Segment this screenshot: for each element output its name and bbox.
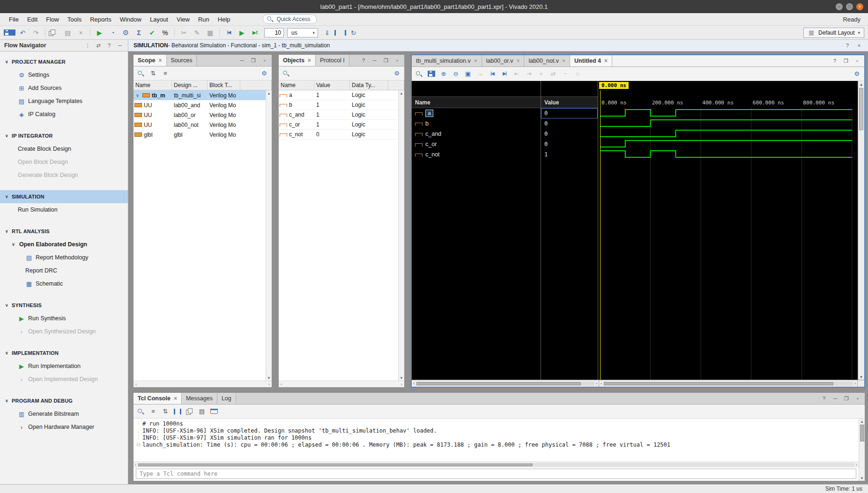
pause-icon[interactable] [334, 30, 346, 36]
scroll-down-icon[interactable]: ▾ [268, 375, 270, 380]
run-for-time-icon[interactable]: ▶t [249, 28, 261, 38]
menu-flow[interactable]: Flow [42, 14, 63, 25]
tab-messages[interactable]: Messages [182, 393, 217, 404]
object-row-b[interactable]: b1Logic [279, 100, 398, 110]
wave-signal-value-c-and[interactable]: 0 [541, 129, 598, 139]
layout-tiles-icon[interactable]: ▦ [204, 28, 216, 38]
run-next-icon[interactable]: ▶| [501, 70, 508, 78]
wrap-icon[interactable]: ▤ [198, 408, 206, 415]
scope-row-lab00-and[interactable]: UUlab00_andVerilog Mo [134, 100, 266, 110]
scroll-thumb[interactable] [138, 464, 533, 466]
trash-icon[interactable] [210, 409, 218, 414]
maximize-icon[interactable]: ▫ [393, 57, 401, 64]
dots-icon[interactable]: ⋮ [84, 42, 91, 49]
wave-names-hscroll[interactable]: ‹› [412, 380, 599, 387]
sidebar-item-open-hardware-manager[interactable]: ›Open Hardware Manager [0, 420, 128, 434]
object-row-c-and[interactable]: c_and1Logic [279, 110, 398, 120]
window-minimize-button[interactable]: – [836, 3, 843, 10]
scroll-right-icon[interactable]: › [596, 381, 597, 386]
object-row-c-or[interactable]: c_or1Logic [279, 120, 398, 130]
search-icon[interactable] [137, 70, 145, 77]
wave-signal-value-c-not[interactable]: 1 [541, 149, 598, 160]
scroll-track[interactable] [416, 382, 594, 386]
waveform-canvas[interactable]: 0.000 ns200.000 ns400.000 ns600.000 ns80… [598, 81, 858, 380]
collapse-icon[interactable]: ≡ [149, 408, 157, 415]
close-icon[interactable]: × [474, 58, 477, 64]
resize-icon[interactable]: ⇄ [95, 42, 102, 49]
arc-icon[interactable]: ∩ [574, 70, 581, 78]
scroll-left-icon[interactable]: ‹ [601, 381, 602, 386]
menu-layout[interactable]: Layout [146, 14, 172, 25]
menu-run[interactable]: Run [194, 14, 214, 25]
cut-icon[interactable]: ✂ [178, 28, 190, 38]
scope-row-lab00-not[interactable]: UUlab00_notVerilog Mo [134, 120, 266, 130]
help-icon[interactable]: ? [820, 395, 828, 402]
scroll-thumb[interactable] [860, 425, 864, 441]
sidebar-item-run-simulation[interactable]: Run Simulation [0, 203, 128, 216]
help-icon[interactable]: ? [844, 42, 851, 49]
wave-signal-name-a[interactable]: a [412, 108, 541, 118]
zoom-fit-icon[interactable]: ▣ [464, 70, 472, 78]
check-icon[interactable]: ✔ [146, 28, 158, 38]
tcl-horizontal-scrollbar[interactable]: ‹› [134, 462, 859, 468]
cut-wave-icon[interactable]: − [562, 70, 569, 78]
sidebar-item-ip-catalog[interactable]: ◈IP Catalog [0, 108, 128, 121]
wave-signal-name-c-and[interactable]: c_and [412, 129, 541, 139]
sidebar-section-header-implementation[interactable]: ∨IMPLEMENTATION [0, 346, 128, 360]
tab-objects[interactable]: Objects× [279, 55, 316, 66]
float-icon[interactable]: ❐ [250, 57, 257, 64]
wave-signal-value-a[interactable]: 0 [541, 108, 598, 118]
tab-lab00-not-v[interactable]: lab00_not.v× [524, 55, 570, 66]
collapse-toggle-icon[interactable]: ⊟ [134, 442, 142, 447]
redo-icon[interactable]: ↷ [30, 28, 42, 38]
sidebar-item-open-elaborated-design[interactable]: ∨Open Elaborated Design [0, 238, 128, 251]
sidebar-item-run-synthesis[interactable]: ▶Run Synthesis [0, 312, 128, 325]
dashboard-icon[interactable]: ◔ [107, 28, 119, 38]
restart-icon[interactable]: |◀ [223, 28, 235, 38]
sidebar-section-header-project-manager[interactable]: ∨PROJECT MANAGER [0, 55, 128, 68]
tab-lab00-or-v[interactable]: lab00_or.v× [482, 55, 525, 66]
window-maximize-button[interactable]: □ [846, 3, 853, 10]
run-all-icon[interactable]: ▶ [236, 28, 248, 38]
sum-icon[interactable]: Σ [133, 28, 145, 38]
scroll-thumb[interactable] [416, 382, 581, 385]
search-icon[interactable] [137, 408, 145, 415]
scope-row-lab00-or[interactable]: UUlab00_orVerilog Mo [134, 110, 266, 120]
sidebar-section-header-synthesis[interactable]: ∨SYNTHESIS [0, 299, 128, 312]
menu-window[interactable]: Window [116, 14, 146, 25]
wave-signal-name-c-not[interactable]: c_not [412, 149, 541, 160]
close-icon[interactable]: × [308, 57, 311, 64]
horizontal-scrollbar[interactable]: ‹› [134, 381, 272, 387]
scroll-left-icon[interactable]: ‹ [281, 382, 282, 387]
layout-selector[interactable]: ▦Default Layout▾ [803, 28, 864, 38]
scroll-left-icon[interactable]: ‹ [413, 381, 415, 386]
sidebar-item-generate-bitstream[interactable]: ▥Generate Bitstream [0, 407, 128, 420]
settings-icon[interactable]: ⚙ [120, 28, 132, 38]
run-icon[interactable]: ▶ [94, 28, 105, 38]
scroll-track[interactable] [138, 463, 854, 467]
column-header-data-ty[interactable]: Data Ty... [350, 81, 388, 90]
wave-signal-value-b[interactable]: 0 [541, 118, 598, 129]
horizontal-scrollbar[interactable]: ‹› [279, 381, 404, 387]
menu-view[interactable]: View [172, 14, 194, 25]
tab-sources[interactable]: Sources [167, 55, 197, 66]
close-icon[interactable]: × [159, 57, 162, 64]
tab-log[interactable]: Log [217, 393, 236, 404]
paste-icon[interactable]: ▤ [62, 28, 74, 38]
scroll-down-icon[interactable]: ▾ [861, 476, 863, 480]
scroll-right-icon[interactable]: › [268, 382, 270, 387]
tcl-console-output[interactable]: ⋮# run 1000ns⋮INFO: [USF-XSim-96] XSim c… [134, 419, 859, 462]
zoom-out-icon[interactable]: ⊖ [452, 70, 460, 78]
sidebar-item-settings[interactable]: ⚙Settings [0, 68, 128, 81]
sidebar-section-header-ip-integrator[interactable]: ∨IP INTEGRATOR [0, 129, 128, 142]
time-unit-select[interactable]: us▾ [287, 28, 318, 37]
close-icon[interactable]: × [516, 58, 519, 64]
scroll-up-icon[interactable]: ▴ [861, 419, 863, 424]
wave-signal-value-c-or[interactable]: 0 [541, 139, 598, 149]
tab-protocol-i[interactable]: Protocol I [316, 55, 349, 66]
step-icon[interactable]: ⇓ [321, 28, 333, 38]
scroll-right-icon[interactable]: › [401, 382, 402, 387]
menu-file[interactable]: File [5, 14, 23, 25]
sidebar-item-add-sources[interactable]: ⊞Add Sources [0, 81, 128, 95]
save-disk-icon[interactable] [4, 29, 15, 36]
